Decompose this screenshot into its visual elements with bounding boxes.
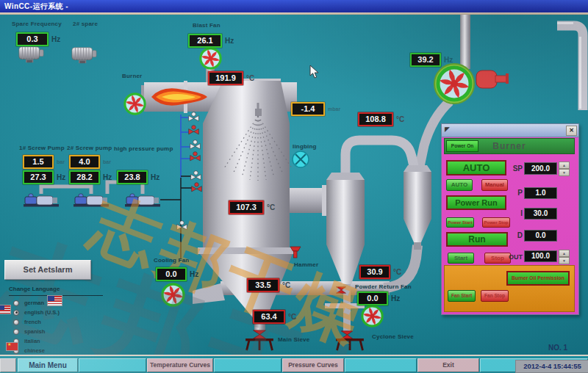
language-option-italian[interactable]: italian <box>4 336 122 346</box>
spinner-down-icon[interactable]: ▼ <box>559 169 570 176</box>
cyclone-sieve-label: Cyclone Sieve <box>372 333 414 340</box>
titlebar-edge <box>0 12 588 15</box>
mouse-cursor-icon <box>309 65 320 79</box>
cooling-fan-freq-display: 0.0 Hz <box>156 267 198 281</box>
radio-icon[interactable] <box>13 310 19 316</box>
valve-icon <box>191 171 201 180</box>
spinner-up-icon[interactable]: ▲ <box>559 162 570 169</box>
cyclone-1 <box>325 173 365 350</box>
language-option-german[interactable]: german <box>4 298 122 308</box>
out-value: 100.0 <box>524 250 557 262</box>
spare2-motor-icon <box>72 48 96 63</box>
burner-panel-titlebar[interactable]: ◤ ✕ <box>442 124 578 137</box>
bottom-bar-button-blank-2[interactable] <box>214 358 282 372</box>
sp-value: 200.0 <box>524 162 557 175</box>
radio-icon[interactable] <box>13 300 19 306</box>
main-menu-button[interactable]: Main Menu <box>18 358 78 372</box>
radio-icon[interactable] <box>13 319 19 325</box>
spare-motor-icon <box>19 47 43 62</box>
language-label: english (U.S.) <box>24 309 60 316</box>
language-panel: Set Aetslarm Change Language german engl… <box>4 260 122 355</box>
run-button[interactable]: Run <box>446 232 508 247</box>
manual-button[interactable]: Manual <box>481 179 508 191</box>
screw-pump-2-icon <box>74 194 109 207</box>
power-stop-button[interactable]: Power Stop <box>482 217 510 228</box>
hammer-label: Hammer <box>294 261 318 268</box>
powder-fan-freq-display: 0.0 Hz <box>357 291 400 305</box>
right-edge-pipe <box>557 23 583 111</box>
inlet-temp-display: 191.9 °C <box>208 71 254 85</box>
burner-control-panel: ◤ ✕ Power On Burner AUTO SP 200.0 ▲ ▼ AU… <box>441 123 579 315</box>
auto-button[interactable]: AUTO <box>446 179 473 191</box>
change-language-label: Change Language <box>9 286 103 296</box>
spare-frequency-label: Spare Frequency <box>12 21 62 27</box>
spray-nozzle <box>255 109 262 116</box>
pump2-pressure-display: 4.0 bar <box>69 155 111 169</box>
powder-return-fan-label: Powder Return Fan <box>355 283 412 290</box>
i-value: 30.0 <box>524 208 557 220</box>
bottom-bar-button-blank-1[interactable] <box>79 358 146 372</box>
language-option-french[interactable]: french <box>4 317 122 327</box>
spinner-up-icon[interactable]: ▲ <box>559 250 570 257</box>
bottom-bar-button-blank-3[interactable] <box>345 358 417 372</box>
cyclone-sieve-stand <box>336 338 364 350</box>
language-label: french <box>24 319 41 325</box>
spare-frequency-display: 0.3 Hz <box>16 32 60 46</box>
main-outlet-valve-icon <box>254 330 266 338</box>
exhaust-fan-freq-display: 39.2 Hz <box>410 53 453 67</box>
language-label: chinese <box>24 347 45 354</box>
auto-mode-button[interactable]: AUTO <box>446 160 506 175</box>
language-option-spanish[interactable]: spanish <box>4 327 122 336</box>
radio-icon[interactable] <box>13 329 19 335</box>
power-start-button[interactable]: Power Start <box>446 217 474 228</box>
screw-pump2-label: 2# Screw pump <box>67 145 112 151</box>
exhaust-fan-icon <box>438 68 470 100</box>
language-label: italian <box>24 338 40 344</box>
pump1-pressure-display: 1.5 bar <box>23 155 65 169</box>
fan-start-button[interactable]: Fan Start <box>448 290 476 302</box>
i-label: I <box>509 209 523 217</box>
station-number-label: NO. 1 <box>548 344 567 352</box>
close-icon[interactable]: ✕ <box>566 126 577 136</box>
burner-fan-icon <box>125 94 145 114</box>
exit-button[interactable]: Exit <box>417 358 479 372</box>
fan-stop-button[interactable]: Fan Stop <box>481 290 509 302</box>
red-blower-icon <box>476 70 509 88</box>
valve-icon <box>190 140 201 149</box>
cooling-fan-icon <box>162 284 184 305</box>
blast-fan-freq-display: 26.1 Hz <box>188 34 234 48</box>
valve-icon <box>189 126 199 134</box>
burner-oil-permission-button[interactable]: Burner Oil Permission <box>506 271 570 286</box>
sp-spinner: ▲ ▼ <box>559 162 570 176</box>
temperature-curves-button[interactable]: Temperature Curves <box>147 358 213 372</box>
p-value: 1.0 <box>524 187 557 199</box>
bottom-bar-left-stub <box>0 358 16 372</box>
discharge-temp-display: 63.4 °C <box>253 310 296 324</box>
cone-temp-display: 33.5 °C <box>247 278 290 292</box>
valve-icon <box>192 183 202 192</box>
datetime-area: 2012-4-4 15:44:55 <box>480 358 588 372</box>
duct-temp-display: 108.8 °C <box>358 112 404 126</box>
lingbing-label: lingbing <box>293 143 317 150</box>
spinner-down-icon[interactable]: ▼ <box>559 257 570 264</box>
spare2-label: 2# spare <box>73 21 98 27</box>
us-flag-icon <box>0 305 11 314</box>
pump1-freq-display: 27.3 Hz <box>23 170 65 184</box>
d-label: D <box>509 231 523 239</box>
powder-return-fan-icon <box>362 306 382 326</box>
blast-fan-label: Blast Fan <box>193 22 220 29</box>
us-flag-icon <box>47 295 62 306</box>
lingbing-indicator-icon <box>293 151 309 167</box>
out-label: OUT <box>506 253 523 261</box>
burner-panel-title: Burner <box>445 141 574 151</box>
set-alarm-button[interactable]: Set Aetslarm <box>4 260 91 280</box>
start-button[interactable]: Start <box>448 253 474 264</box>
language-option-english[interactable]: english (U.S.) <box>4 308 122 317</box>
pressure-curves-button[interactable]: Pressure Curves <box>282 358 344 372</box>
scada-screen: 志邦干燥 志邦干燥 WinCC-运行系统 - Spare Frequency 2… <box>0 0 588 373</box>
sp-label: SP <box>509 164 523 173</box>
power-run-button[interactable]: Power Run <box>446 195 506 210</box>
pump-station <box>24 182 160 207</box>
cyclone-outlet-valve-icon <box>341 331 352 338</box>
window-title: WinCC-运行系统 - <box>4 2 68 10</box>
